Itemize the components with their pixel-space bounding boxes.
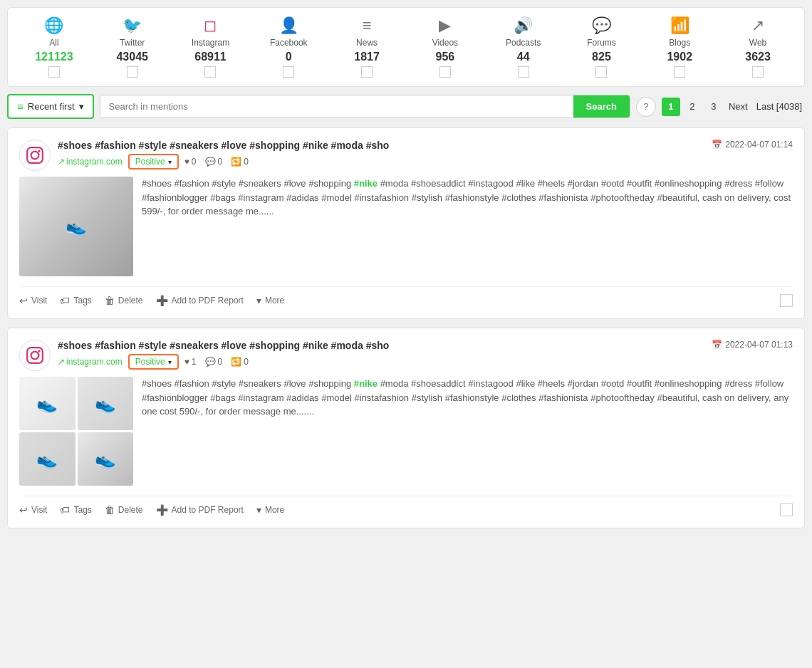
source-filter-bar: 🌐 All 121123 🐦 Twitter 43045 ◻ Instagram… xyxy=(7,7,805,87)
source-label-twitter: Twitter xyxy=(120,38,145,48)
post-card-2: #shoes #fashion #style #sneakers #love #… xyxy=(7,328,805,528)
add-pdf-button-2[interactable]: ➕ Add to PDF Report xyxy=(156,504,244,516)
source-item-web[interactable]: ↗ Web 3623 xyxy=(729,16,786,78)
source-label-podcasts: Podcasts xyxy=(506,38,541,48)
source-checkbox-podcasts[interactable] xyxy=(518,66,529,78)
more-button-1[interactable]: ▾ More xyxy=(256,295,284,306)
heart-icon-2: ♥ xyxy=(184,357,189,367)
source-count-all: 121123 xyxy=(35,51,73,63)
source-item-podcasts[interactable]: 🔊 Podcasts 44 xyxy=(495,16,552,78)
comments-count-2: 0 xyxy=(218,357,223,367)
post-image-grid-2: 👟 👟 👟 👟 xyxy=(19,377,133,486)
post-title-2: #shoes #fashion #style #sneakers #love #… xyxy=(58,340,712,351)
post-thumbnail-2b: 👟 xyxy=(78,377,134,430)
delete-button-2[interactable]: 🗑 Delete xyxy=(105,504,143,516)
source-label-facebook: Facebook xyxy=(270,38,308,48)
nike-highlight-2: #nike xyxy=(354,378,378,389)
source-label-forums: Forums xyxy=(587,38,616,48)
comments-count-1: 0 xyxy=(218,157,223,167)
visit-button-2[interactable]: ↩ Visit xyxy=(19,504,47,516)
more-button-2[interactable]: ▾ More xyxy=(256,504,284,516)
source-link-2[interactable]: ↗ instagram.com xyxy=(58,357,123,367)
delete-label-2: Delete xyxy=(118,505,143,515)
source-count-twitter: 43045 xyxy=(116,51,148,63)
sort-label: Recent first xyxy=(28,101,75,112)
twitter-icon: 🐦 xyxy=(123,16,142,35)
page-1[interactable]: 1 xyxy=(662,98,680,116)
post-checkbox-2[interactable] xyxy=(780,503,793,516)
calendar-icon-2: 📅 xyxy=(712,340,722,350)
search-button[interactable]: Search xyxy=(573,95,630,118)
post-text-2: #shoes #fashion #style #sneakers #love #… xyxy=(142,377,793,486)
post-thumbnail-2d: 👟 xyxy=(78,432,134,486)
post-thumbnail-2c: 👟 xyxy=(19,432,76,486)
add-pdf-label-1: Add to PDF Report xyxy=(172,296,244,306)
help-button[interactable]: ? xyxy=(636,97,656,117)
post-image-1: 👟 xyxy=(19,177,133,276)
source-link-1[interactable]: ↗ instagram.com xyxy=(58,157,123,167)
source-checkbox-instagram[interactable] xyxy=(204,66,216,78)
source-checkbox-videos[interactable] xyxy=(439,66,451,78)
source-item-instagram[interactable]: ◻ Instagram 68911 xyxy=(182,16,239,78)
post-checkbox-1[interactable] xyxy=(780,294,793,307)
source-checkbox-blogs[interactable] xyxy=(674,66,685,78)
delete-button-1[interactable]: 🗑 Delete xyxy=(105,295,143,306)
comment-icon-1: 💬 xyxy=(205,157,216,167)
tags-icon-1: 🏷 xyxy=(60,295,70,306)
source-checkbox-web[interactable] xyxy=(752,66,764,78)
more-label-1: More xyxy=(265,296,284,306)
visit-label-1: Visit xyxy=(31,296,47,306)
source-item-facebook[interactable]: 👤 Facebook 0 xyxy=(260,16,317,78)
visit-icon-1: ↩ xyxy=(19,295,28,306)
likes-stat-1: ♥ 0 xyxy=(184,157,197,167)
source-item-blogs[interactable]: 📶 Blogs 1902 xyxy=(651,16,708,78)
tags-icon-2: 🏷 xyxy=(60,504,70,516)
shares-count-1: 0 xyxy=(244,157,249,167)
post-actions-1: ↩ Visit 🏷 Tags 🗑 Delete ➕ Add to PDF Rep… xyxy=(19,286,793,307)
heart-icon-1: ♥ xyxy=(184,157,189,167)
source-label-instagram: Instagram xyxy=(192,38,229,48)
main-container: 🌐 All 121123 🐦 Twitter 43045 ◻ Instagram… xyxy=(0,0,812,544)
source-url-1: instagram.com xyxy=(66,157,123,167)
sentiment-arrow-1: ▾ xyxy=(168,158,172,166)
visit-button-1[interactable]: ↩ Visit xyxy=(19,295,47,306)
source-checkbox-forums[interactable] xyxy=(595,66,607,78)
post-header-1: #shoes #fashion #style #sneakers #love #… xyxy=(19,140,793,171)
sort-chevron-icon: ▾ xyxy=(79,101,84,112)
source-checkbox-twitter[interactable] xyxy=(127,66,138,78)
last-page-link[interactable]: Last [4038] xyxy=(754,100,805,113)
post-card-1: #shoes #fashion #style #sneakers #love #… xyxy=(7,127,805,319)
source-label-web: Web xyxy=(749,38,766,48)
tags-button-2[interactable]: 🏷 Tags xyxy=(60,504,91,516)
likes-stat-2: ♥ 1 xyxy=(184,357,197,367)
source-item-videos[interactable]: ▶ Videos 956 xyxy=(417,16,474,78)
source-label-news: News xyxy=(356,38,378,48)
svg-point-5 xyxy=(38,350,40,352)
add-pdf-icon-2: ➕ xyxy=(156,504,168,516)
tags-button-1[interactable]: 🏷 Tags xyxy=(60,295,91,306)
search-wrapper: Search xyxy=(100,95,630,118)
add-pdf-button-1[interactable]: ➕ Add to PDF Report xyxy=(156,295,244,306)
comment-icon-2: 💬 xyxy=(205,357,216,367)
page-3[interactable]: 3 xyxy=(704,98,723,116)
source-label-videos: Videos xyxy=(432,38,458,48)
source-item-all[interactable]: 🌐 All 121123 xyxy=(26,16,83,78)
instagram-platform-icon-1 xyxy=(19,140,51,171)
sentiment-badge-1[interactable]: Positive ▾ xyxy=(128,154,179,169)
source-count-facebook: 0 xyxy=(286,51,292,63)
source-item-forums[interactable]: 💬 Forums 825 xyxy=(573,16,630,78)
post-title-1: #shoes #fashion #style #sneakers #love #… xyxy=(58,140,712,151)
search-input[interactable] xyxy=(100,95,573,118)
sentiment-badge-2[interactable]: Positive ▾ xyxy=(128,354,179,370)
nike-highlight-1: #nike xyxy=(354,178,378,189)
source-checkbox-news[interactable] xyxy=(361,66,373,78)
post-source-row-1: ↗ instagram.com Positive ▾ ♥ 0 xyxy=(58,154,712,169)
sort-icon: ≡ xyxy=(17,100,24,113)
page-2[interactable]: 2 xyxy=(683,98,702,116)
next-page-link[interactable]: Next xyxy=(726,100,751,113)
source-checkbox-facebook[interactable] xyxy=(283,66,294,78)
source-item-news[interactable]: ≡ News 1817 xyxy=(338,16,395,78)
source-checkbox-all[interactable] xyxy=(48,66,60,78)
source-item-twitter[interactable]: 🐦 Twitter 43045 xyxy=(104,16,161,78)
sort-button[interactable]: ≡ Recent first ▾ xyxy=(7,94,94,119)
